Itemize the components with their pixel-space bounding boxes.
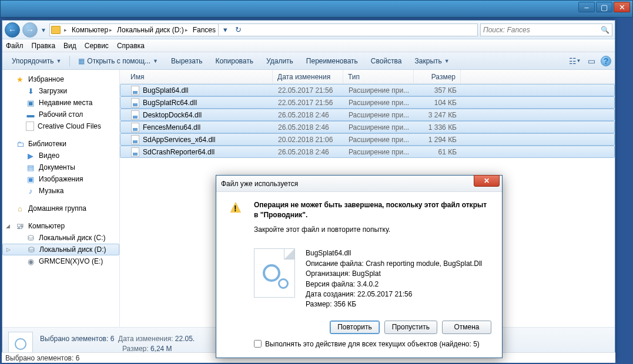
file-row[interactable]: BugSplatRc64.dll22.05.2017 21:56Расширен…	[120, 96, 615, 109]
toolbar-separator	[69, 56, 70, 66]
dll-file-icon	[131, 135, 139, 144]
tree-music[interactable]: ♪Музыка	[2, 185, 119, 197]
folder-icon	[51, 26, 61, 34]
menu-file[interactable]: Файл	[6, 42, 24, 50]
address-dropdown-icon[interactable]: ▾	[219, 24, 232, 36]
tree-drive-e[interactable]: ◉GRMCEN(X)VO (E:)	[2, 255, 119, 267]
column-name[interactable]: Имя	[126, 70, 273, 83]
tree-downloads[interactable]: ⬇Загрузки	[2, 85, 119, 97]
address-bar[interactable]: ▸ Компьютер ▸ Локальный диск (D:) ▸ Fanc…	[49, 23, 478, 36]
menu-help[interactable]: Справка	[117, 42, 145, 50]
menu-service[interactable]: Сервис	[85, 42, 109, 50]
navigation-tree[interactable]: ★Избранное ⬇Загрузки ▣Недавние места ▬Ра…	[2, 70, 120, 327]
dll-file-icon	[131, 123, 139, 132]
column-size[interactable]: Размер	[414, 70, 461, 83]
tree-recent[interactable]: ▣Недавние места	[2, 97, 119, 109]
tree-drive-d[interactable]: ▷⛁Локальный диск (D:)	[2, 244, 119, 255]
dialog-file-icon	[254, 248, 295, 298]
breadcrumb-folder[interactable]: Fances	[190, 24, 218, 36]
menu-view[interactable]: Вид	[63, 42, 76, 50]
retry-button[interactable]: Повторить	[330, 321, 380, 334]
dialog-message-1: Операция не может быть завершена, поскол…	[254, 201, 487, 219]
parent-close-button[interactable]: ✕	[614, 2, 630, 12]
dialog-titlebar[interactable]: Файл уже используется ✕	[216, 176, 502, 192]
menu-edit[interactable]: Правка	[32, 42, 56, 50]
nav-history-dropdown[interactable]: ▾	[40, 24, 47, 36]
file-row[interactable]: SdCrashReporter64.dll26.05.2018 2:46Расш…	[120, 146, 615, 158]
apply-all-checkbox[interactable]	[254, 340, 262, 348]
tree-video[interactable]: ▶Видео	[2, 150, 119, 161]
dll-file-icon	[131, 98, 139, 107]
delete-button[interactable]: Удалить	[260, 55, 299, 68]
dll-file-icon	[131, 110, 139, 120]
dll-file-icon	[131, 147, 139, 157]
tree-libraries[interactable]: 🗀Библиотеки	[2, 138, 119, 150]
search-icon[interactable]: 🔍	[601, 26, 609, 34]
tree-drive-c[interactable]: ⛁Локальный диск (C:)	[2, 232, 119, 244]
tree-pictures[interactable]: ▣Изображения	[2, 173, 119, 185]
cancel-button[interactable]: Отмена	[442, 321, 491, 334]
parent-minimize-button[interactable]: –	[578, 2, 595, 12]
help-icon[interactable]: ?	[601, 56, 611, 66]
column-headers: Имя Дата изменения Тип Размер	[120, 70, 615, 84]
tree-documents[interactable]: ▤Документы	[2, 161, 119, 173]
organize-button[interactable]: Упорядочить ▼	[6, 55, 67, 68]
open-with-button[interactable]: ▦ Открыть с помощ... ▼	[72, 55, 164, 68]
dialog-file-details: BugSplat64.dll Описание файла: Crash rep…	[306, 248, 482, 309]
parent-maximize-button[interactable]: ▢	[596, 2, 612, 12]
nav-back-button[interactable]: ←	[5, 22, 20, 38]
skip-button[interactable]: Пропустить	[384, 321, 437, 334]
tree-desktop[interactable]: ▬Рабочий стол	[2, 109, 119, 120]
menu-bar: Файл Правка Вид Сервис Справка	[2, 39, 615, 52]
tree-computer[interactable]: ◢🖳Компьютер	[2, 220, 119, 232]
tree-creative-cloud[interactable]: Creative Cloud Files	[2, 120, 119, 132]
properties-button[interactable]: Свойства	[365, 55, 408, 68]
dll-file-icon	[131, 86, 139, 95]
tree-homegroup[interactable]: ⌂Домашняя группа	[2, 203, 119, 214]
breadcrumb-dropdown[interactable]: ▸	[62, 24, 69, 36]
dialog-close-button[interactable]: ✕	[474, 175, 500, 187]
details-selected-count: Выбрано элементов: 6	[40, 335, 114, 343]
warning-icon	[227, 200, 246, 219]
file-row[interactable]: DesktopDock64.dll26.05.2018 2:46Расширен…	[120, 109, 615, 121]
search-input[interactable]: Поиск: Fances 🔍	[480, 23, 612, 36]
toolbar: Упорядочить ▼ ▦ Открыть с помощ... ▼ Выр…	[2, 52, 615, 70]
cut-button[interactable]: Вырезать	[165, 55, 208, 68]
breadcrumb-computer[interactable]: Компьютер ▸	[69, 24, 115, 36]
nav-bar: ← → ▾ ▸ Компьютер ▸ Локальный диск (D:) …	[2, 21, 615, 39]
file-row[interactable]: FencesMenu64.dll26.05.2018 2:46Расширени…	[120, 121, 615, 133]
apply-all-label: Выполнять это действие для всех текущих …	[265, 340, 480, 348]
search-placeholder: Поиск: Fances	[483, 26, 530, 34]
rename-button[interactable]: Переименовать	[300, 55, 364, 68]
column-type[interactable]: Тип	[343, 70, 414, 83]
view-options-icon[interactable]: ☷ ▼	[568, 55, 582, 68]
column-date[interactable]: Дата изменения	[273, 70, 343, 83]
refresh-icon[interactable]: ↻	[232, 24, 245, 36]
file-in-use-dialog: Файл уже используется ✕ Операция не може…	[216, 175, 503, 358]
file-row[interactable]: BugSplat64.dll22.05.2017 21:56Расширение…	[120, 84, 615, 96]
file-row[interactable]: SdAppServices_x64.dll20.02.2018 21:06Рас…	[120, 133, 615, 146]
dialog-message-2: Закройте этот файл и повторите попытку.	[254, 225, 491, 235]
nav-forward-button[interactable]: →	[22, 22, 38, 38]
close-button[interactable]: Закрыть ▼	[409, 55, 456, 68]
copy-button[interactable]: Копировать	[209, 55, 259, 68]
tree-favorites[interactable]: ★Избранное	[2, 73, 119, 85]
dialog-title: Файл уже используется	[221, 180, 298, 188]
breadcrumb-drive[interactable]: Локальный диск (D:) ▸	[115, 24, 190, 36]
preview-pane-icon[interactable]: ▭	[584, 55, 598, 68]
